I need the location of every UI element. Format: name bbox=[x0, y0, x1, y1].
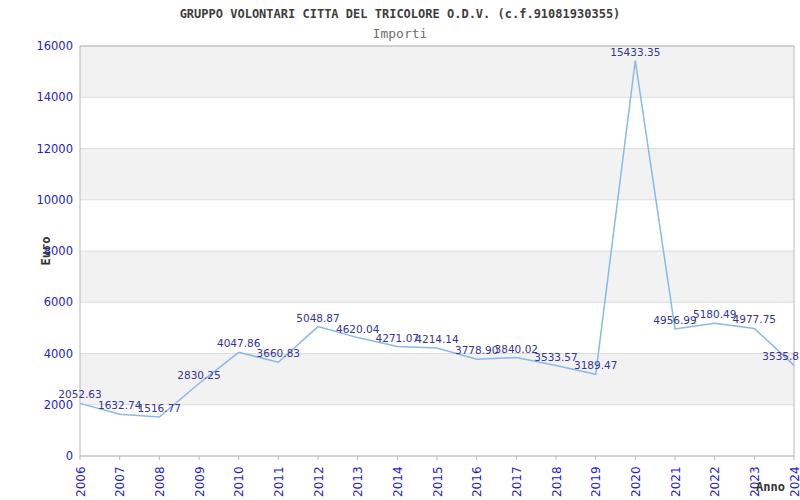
y-tick-label: 10000 bbox=[36, 193, 73, 207]
x-tick-label: 2021 bbox=[669, 466, 683, 497]
x-tick-label: 2014 bbox=[391, 466, 405, 497]
x-tick-label: 2010 bbox=[232, 466, 246, 497]
x-tick-label: 2016 bbox=[470, 466, 484, 497]
point-label: 4620.04 bbox=[336, 323, 380, 335]
x-tick-label: 2011 bbox=[272, 466, 286, 497]
point-label: 3189.47 bbox=[574, 359, 617, 371]
plot-band bbox=[80, 46, 794, 97]
point-label: 1632.74 bbox=[98, 399, 142, 411]
point-label: 4214.14 bbox=[415, 333, 459, 345]
y-tick-label: 2000 bbox=[44, 398, 73, 412]
y-axis-label: Euro bbox=[39, 237, 53, 266]
chart-canvas: GRUPPO VOLONTARI CITTA DEL TRICOLORE O.D… bbox=[0, 0, 800, 500]
x-tick-label: 2006 bbox=[74, 466, 88, 497]
x-tick-label: 2007 bbox=[113, 466, 127, 497]
point-label: 3778.90 bbox=[455, 344, 498, 356]
point-label: 3660.83 bbox=[257, 347, 300, 359]
plot-band bbox=[80, 251, 794, 302]
x-tick-label: 2015 bbox=[431, 466, 445, 497]
point-label: 4271.07 bbox=[376, 332, 419, 344]
point-label: 4047.86 bbox=[217, 337, 261, 349]
point-label: 2830.25 bbox=[177, 369, 220, 381]
point-label: 4977.75 bbox=[733, 313, 776, 325]
point-label: 4956.99 bbox=[653, 314, 696, 326]
y-tick-label: 14000 bbox=[36, 90, 73, 104]
x-axis-label: Anno bbox=[756, 480, 785, 494]
x-tick-label: 2013 bbox=[351, 466, 365, 497]
y-tick-label: 16000 bbox=[36, 39, 73, 53]
line-chart-plot: 2052.631632.741516.772830.254047.863660.… bbox=[0, 0, 800, 500]
y-tick-label: 12000 bbox=[36, 142, 73, 156]
point-label: 5180.49 bbox=[693, 308, 736, 320]
x-tick-label: 2022 bbox=[708, 466, 722, 497]
x-tick-label: 2020 bbox=[629, 466, 643, 497]
point-label: 3535.8 bbox=[762, 350, 799, 362]
y-tick-label: 4000 bbox=[44, 347, 73, 361]
x-tick-label: 2024 bbox=[788, 466, 800, 497]
x-tick-label: 2012 bbox=[312, 466, 326, 497]
point-label: 3533.57 bbox=[534, 351, 577, 363]
y-tick-label: 0 bbox=[66, 449, 73, 463]
x-tick-label: 2009 bbox=[193, 466, 207, 497]
point-label: 15433.35 bbox=[610, 46, 660, 58]
x-tick-label: 2017 bbox=[510, 466, 524, 497]
y-tick-label: 6000 bbox=[44, 295, 73, 309]
plot-band bbox=[80, 149, 794, 200]
point-label: 1516.77 bbox=[138, 402, 181, 414]
x-tick-label: 2018 bbox=[550, 466, 564, 497]
point-label: 5048.87 bbox=[296, 312, 339, 324]
point-label: 3840.02 bbox=[495, 343, 538, 355]
x-tick-label: 2019 bbox=[589, 466, 603, 497]
x-tick-label: 2008 bbox=[153, 466, 167, 497]
